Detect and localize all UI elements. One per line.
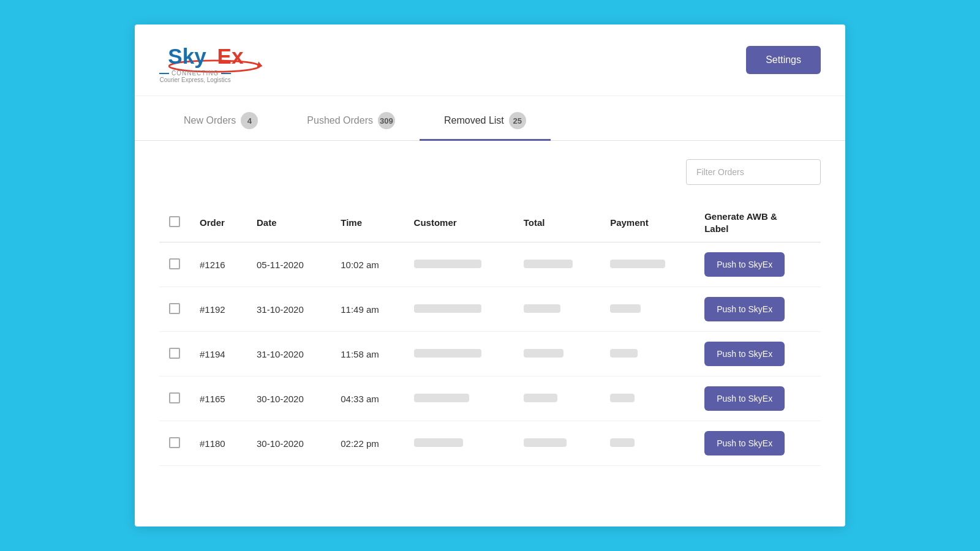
push-button-cell: Push to SkyEx	[695, 421, 821, 466]
order-total	[514, 377, 600, 421]
row-checkbox-cell	[159, 421, 190, 466]
order-date: 05-11-2020	[247, 242, 331, 287]
order-time: 02:22 pm	[331, 421, 404, 466]
row-checkbox[interactable]	[169, 258, 180, 269]
push-to-skyex-button[interactable]: Push to SkyEx	[704, 342, 785, 366]
order-customer	[404, 421, 514, 466]
order-total	[514, 421, 600, 466]
order-payment	[600, 421, 695, 466]
tab-pushed-orders-label: Pushed Orders	[307, 115, 373, 126]
table-row: #1165 30-10-2020 04:33 am Push to SkyEx	[159, 377, 821, 421]
push-to-skyex-button[interactable]: Push to SkyEx	[704, 252, 785, 277]
push-to-skyex-button[interactable]: Push to SkyEx	[704, 431, 785, 455]
push-to-skyex-button[interactable]: Push to SkyEx	[704, 297, 785, 321]
logo: Sky Ex CONNECTING Courier Express, Logis…	[159, 37, 270, 83]
row-checkbox-cell	[159, 332, 190, 377]
order-id: #1216	[190, 242, 247, 287]
row-checkbox-cell	[159, 377, 190, 421]
tab-pushed-orders-badge: 309	[378, 112, 395, 129]
tabs-bar: New Orders 4 Pushed Orders 309 Removed L…	[135, 102, 845, 141]
order-id: #1180	[190, 421, 247, 466]
order-date: 31-10-2020	[247, 287, 331, 332]
tab-pushed-orders[interactable]: Pushed Orders 309	[282, 102, 420, 141]
col-total: Total	[514, 203, 600, 242]
order-time: 10:02 am	[331, 242, 404, 287]
order-id: #1192	[190, 287, 247, 332]
row-checkbox[interactable]	[169, 348, 180, 359]
order-time: 04:33 am	[331, 377, 404, 421]
push-button-cell: Push to SkyEx	[695, 377, 821, 421]
push-to-skyex-button[interactable]: Push to SkyEx	[704, 386, 785, 411]
logo-tagline: Courier Express, Logistics	[160, 77, 231, 83]
row-checkbox-cell	[159, 242, 190, 287]
select-all-checkbox[interactable]	[169, 216, 180, 227]
svg-text:Ex: Ex	[217, 44, 244, 68]
row-checkbox[interactable]	[169, 392, 180, 403]
col-awb: Generate AWB &Label	[695, 203, 821, 242]
settings-button[interactable]: Settings	[746, 46, 821, 74]
order-customer	[404, 287, 514, 332]
order-payment	[600, 377, 695, 421]
order-time: 11:58 am	[331, 332, 404, 377]
app-container: Sky Ex CONNECTING Courier Express, Logis…	[135, 24, 845, 527]
order-payment	[600, 287, 695, 332]
col-order: Order	[190, 203, 247, 242]
table-row: #1216 05-11-2020 10:02 am Push to SkyEx	[159, 242, 821, 287]
orders-table: Order Date Time Customer Total Payment G…	[159, 203, 821, 466]
order-payment	[600, 332, 695, 377]
tab-removed-list-label: Removed List	[444, 115, 504, 126]
order-date: 30-10-2020	[247, 377, 331, 421]
push-button-cell: Push to SkyEx	[695, 287, 821, 332]
header: Sky Ex CONNECTING Courier Express, Logis…	[135, 24, 845, 96]
push-button-cell: Push to SkyEx	[695, 242, 821, 287]
table-row: #1192 31-10-2020 11:49 am Push to SkyEx	[159, 287, 821, 332]
row-checkbox[interactable]	[169, 437, 180, 448]
tab-removed-list-badge: 25	[509, 112, 526, 129]
table-row: #1194 31-10-2020 11:58 am Push to SkyEx	[159, 332, 821, 377]
order-customer	[404, 242, 514, 287]
tab-new-orders-badge: 4	[241, 112, 258, 129]
col-time: Time	[331, 203, 404, 242]
order-total	[514, 242, 600, 287]
filter-input[interactable]	[686, 159, 821, 185]
order-id: #1194	[190, 332, 247, 377]
order-total	[514, 287, 600, 332]
logo-svg: Sky Ex	[159, 37, 270, 73]
order-id: #1165	[190, 377, 247, 421]
col-payment: Payment	[600, 203, 695, 242]
row-checkbox-cell	[159, 287, 190, 332]
order-customer	[404, 332, 514, 377]
col-checkbox	[159, 203, 190, 242]
svg-text:Sky: Sky	[168, 44, 206, 68]
tab-new-orders[interactable]: New Orders 4	[159, 102, 282, 141]
main-content: Order Date Time Customer Total Payment G…	[135, 141, 845, 527]
logo-connecting: CONNECTING	[172, 70, 219, 77]
order-payment	[600, 242, 695, 287]
order-date: 31-10-2020	[247, 332, 331, 377]
filter-row	[159, 159, 821, 185]
table-header-row: Order Date Time Customer Total Payment G…	[159, 203, 821, 242]
tab-removed-list[interactable]: Removed List 25	[420, 102, 551, 141]
tab-new-orders-label: New Orders	[184, 115, 236, 126]
col-customer: Customer	[404, 203, 514, 242]
table-row: #1180 30-10-2020 02:22 pm Push to SkyEx	[159, 421, 821, 466]
push-button-cell: Push to SkyEx	[695, 332, 821, 377]
row-checkbox[interactable]	[169, 303, 180, 314]
order-date: 30-10-2020	[247, 421, 331, 466]
order-total	[514, 332, 600, 377]
col-date: Date	[247, 203, 331, 242]
order-customer	[404, 377, 514, 421]
order-time: 11:49 am	[331, 287, 404, 332]
